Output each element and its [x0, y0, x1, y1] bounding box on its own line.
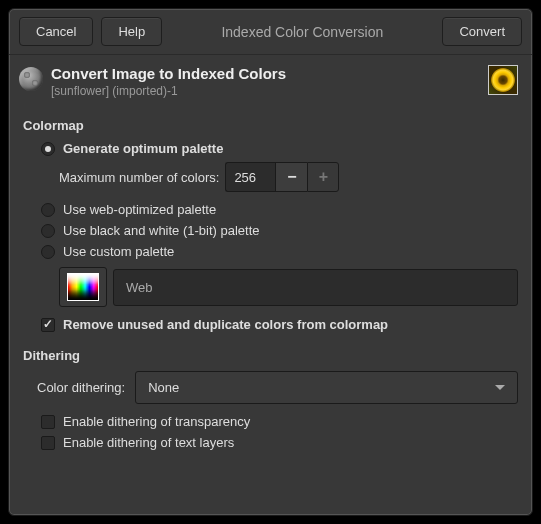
- image-name: [sunflower] (imported)-1: [51, 84, 480, 98]
- indexed-color-dialog: Cancel Help Indexed Color Conversion Con…: [8, 8, 533, 516]
- option-bw-palette[interactable]: Use black and white (1-bit) palette: [41, 223, 518, 238]
- image-thumbnail: [488, 65, 518, 95]
- option-web-palette[interactable]: Use web-optimized palette: [41, 202, 518, 217]
- option-generate-palette[interactable]: Generate optimum palette: [41, 141, 518, 156]
- palette-chooser-button[interactable]: [59, 267, 107, 307]
- remove-unused-label: Remove unused and duplicate colors from …: [63, 317, 388, 332]
- dithering-value: None: [148, 380, 179, 395]
- dither-transparency-label: Enable dithering of transparency: [63, 414, 250, 429]
- chevron-down-icon: [495, 385, 505, 390]
- checkbox-dither-transparency[interactable]: [41, 415, 55, 429]
- max-colors-label: Maximum number of colors:: [59, 170, 219, 185]
- max-colors-input[interactable]: [225, 162, 275, 192]
- decrement-button[interactable]: −: [275, 162, 307, 192]
- radio-custom-palette[interactable]: [41, 245, 55, 259]
- max-colors-row: Maximum number of colors: − +: [59, 162, 518, 192]
- custom-palette-label: Use custom palette: [63, 244, 174, 259]
- increment-button[interactable]: +: [307, 162, 339, 192]
- custom-palette-row: [59, 267, 518, 307]
- dialog-body: Colormap Generate optimum palette Maximu…: [9, 106, 532, 470]
- help-button[interactable]: Help: [101, 17, 162, 46]
- cancel-button[interactable]: Cancel: [19, 17, 93, 46]
- palette-name-input[interactable]: [113, 269, 518, 306]
- checkbox-remove-unused[interactable]: [41, 318, 55, 332]
- dither-text-label: Enable dithering of text layers: [63, 435, 234, 450]
- option-dither-text[interactable]: Enable dithering of text layers: [41, 435, 518, 450]
- max-colors-stepper: − +: [275, 162, 339, 192]
- header-text: Convert Image to Indexed Colors [sunflow…: [51, 65, 480, 98]
- palette-swatch-icon: [67, 273, 99, 301]
- app-icon: [19, 67, 43, 91]
- color-dithering-row: Color dithering: None: [37, 371, 518, 404]
- titlebar: Cancel Help Indexed Color Conversion Con…: [9, 9, 532, 55]
- dithering-section-label: Dithering: [23, 348, 518, 363]
- max-colors-spinbox: − +: [225, 162, 339, 192]
- web-palette-label: Use web-optimized palette: [63, 202, 216, 217]
- radio-bw-palette[interactable]: [41, 224, 55, 238]
- color-dithering-label: Color dithering:: [37, 380, 125, 395]
- heading: Convert Image to Indexed Colors: [51, 65, 480, 82]
- dialog-title: Indexed Color Conversion: [170, 24, 434, 40]
- color-dithering-dropdown[interactable]: None: [135, 371, 518, 404]
- colormap-section-label: Colormap: [23, 118, 518, 133]
- radio-generate-palette[interactable]: [41, 142, 55, 156]
- option-dither-transparency[interactable]: Enable dithering of transparency: [41, 414, 518, 429]
- dialog-header: Convert Image to Indexed Colors [sunflow…: [9, 55, 532, 106]
- checkbox-dither-text[interactable]: [41, 436, 55, 450]
- generate-palette-label: Generate optimum palette: [63, 141, 223, 156]
- option-custom-palette[interactable]: Use custom palette: [41, 244, 518, 259]
- option-remove-unused[interactable]: Remove unused and duplicate colors from …: [41, 317, 518, 332]
- radio-web-palette[interactable]: [41, 203, 55, 217]
- convert-button[interactable]: Convert: [442, 17, 522, 46]
- bw-palette-label: Use black and white (1-bit) palette: [63, 223, 260, 238]
